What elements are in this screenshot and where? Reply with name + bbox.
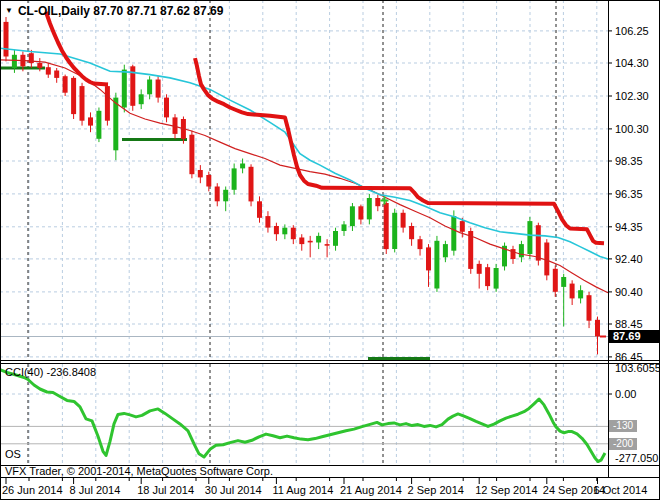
candle-body [54, 71, 59, 78]
cci-level-badge-130: -130 [609, 420, 637, 432]
date-axis-label: 11 Aug 2014 [272, 484, 333, 496]
candle-bull [527, 217, 532, 259]
current-price-box: 87.69 [609, 330, 659, 343]
price-axis-label: 96.35 [615, 188, 643, 200]
candle-body [434, 241, 439, 289]
candle-body [46, 67, 51, 74]
candle-body [384, 203, 389, 249]
candle-bear [105, 83, 110, 126]
candle-bear [189, 131, 194, 179]
candle-body [451, 216, 456, 251]
candle-body [63, 76, 68, 93]
candle-body [536, 225, 541, 260]
date-axis-label: 21 Aug 2014 [340, 484, 402, 496]
candle-body [139, 94, 144, 104]
date-axis-label: 6 Oct 2014 [594, 484, 648, 496]
candle-body [105, 86, 110, 121]
candle-body [553, 269, 558, 292]
date-axis-label: 26 Jun 2014 [2, 484, 63, 496]
candle-body [88, 117, 93, 125]
candle-body [308, 241, 313, 243]
candle-body [409, 226, 414, 239]
indicator-label: CCI(40) -236.8408 [5, 366, 96, 378]
candle-body [460, 221, 465, 232]
candle-body [282, 228, 287, 235]
candle-body [37, 63, 42, 68]
candle-body [215, 187, 220, 202]
candle-body [358, 206, 363, 219]
date-axis-label: 18 Jul 2014 [137, 484, 194, 496]
oversold-label: OS [5, 448, 21, 460]
candle-body [96, 111, 101, 139]
candle-bear [71, 76, 76, 119]
candle-body [401, 213, 406, 228]
chart-title-text: CL-OIL,Daily 87.70 87.71 87.62 87.69 [18, 4, 223, 18]
candle-body [206, 175, 211, 187]
candle-body [4, 22, 9, 57]
price-axis-label: 90.40 [615, 286, 643, 298]
candle-body [375, 198, 380, 206]
candle-body [570, 284, 575, 299]
candle-body [316, 236, 321, 243]
cci-axis-label: 0.00 [615, 388, 636, 400]
candle-body [392, 213, 397, 249]
candle-body [71, 78, 76, 114]
candle-body [333, 231, 338, 246]
date-axis-label: 12 Sep 2014 [475, 484, 537, 496]
candle-bull [502, 243, 507, 271]
candle-bear [4, 17, 9, 61]
candle-body [122, 70, 127, 108]
candle-bull [494, 264, 499, 292]
price-axis-label: 88.45 [615, 318, 643, 330]
last-close-tick [600, 336, 606, 338]
candle-body [426, 247, 431, 270]
candle-body [257, 201, 262, 218]
candle-bear [80, 83, 85, 126]
candle-body [342, 224, 347, 231]
copyright-text: VFX Trader, © 2001-2014, MetaQuotes Soft… [5, 465, 273, 477]
candle-body [164, 98, 169, 118]
candle-body [595, 320, 600, 337]
candle-body [274, 226, 279, 234]
candle-body [147, 80, 152, 95]
symbol-dropdown-icon[interactable]: ▼ [5, 7, 13, 15]
candle-body [443, 244, 448, 257]
price-axis-label: 98.35 [615, 155, 643, 167]
price-axis-label: 106.25 [615, 25, 649, 37]
candle-body [578, 290, 583, 298]
candle-body [527, 221, 532, 254]
candle-body [418, 239, 423, 249]
chart-canvas[interactable]: 106.25104.30102.30100.3098.3596.3594.359… [0, 0, 660, 500]
chart-title: ▼ CL-OIL,Daily 87.70 87.71 87.62 87.69 [5, 4, 223, 18]
candle-body [325, 244, 330, 246]
candle-body [265, 216, 270, 228]
candle-body [232, 168, 237, 189]
candle-bull [96, 108, 101, 143]
candle-body [494, 268, 499, 289]
candle-bear [249, 164, 254, 206]
candle-body [113, 98, 118, 151]
price-axis-label: 94.35 [615, 221, 643, 233]
candle-bear [536, 223, 541, 266]
candle-body [299, 238, 304, 245]
cci-axis-label: 103.6055 [615, 362, 660, 374]
candle-body [367, 198, 372, 219]
candle-bear [468, 228, 473, 274]
price-axis-label: 92.40 [615, 253, 643, 265]
candle-body [189, 135, 194, 175]
candle-body [80, 86, 85, 121]
candle-bear [384, 200, 389, 254]
date-axis-label: 8 Jul 2014 [70, 484, 121, 496]
price-axis-label: 102.30 [615, 90, 649, 102]
date-axis-label: 2 Sep 2014 [408, 484, 464, 496]
candle-body [223, 190, 228, 202]
candle-body [477, 264, 482, 274]
candle-body [291, 228, 296, 240]
candle-body [587, 295, 592, 321]
candle-bull [392, 209, 397, 253]
cci-level-badge-200: -200 [609, 438, 637, 450]
date-axis-label: 30 Jul 2014 [205, 484, 262, 496]
candle-body [12, 55, 17, 68]
candle-body [544, 243, 549, 276]
candle-body [198, 170, 203, 177]
